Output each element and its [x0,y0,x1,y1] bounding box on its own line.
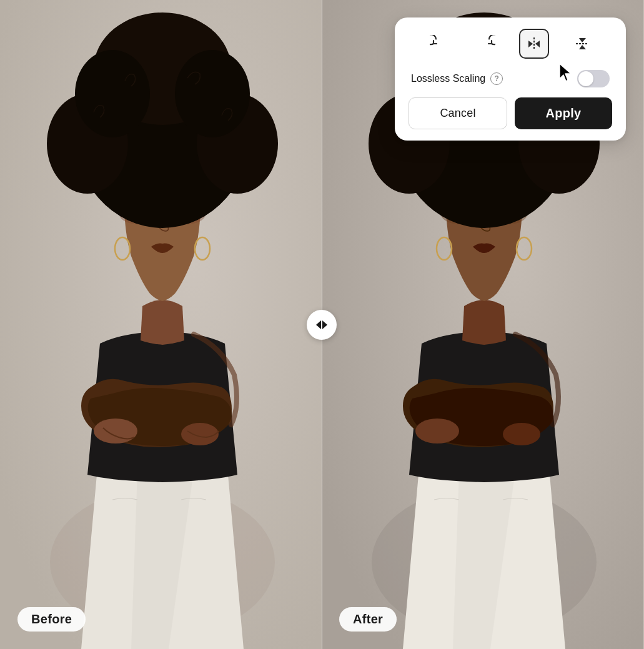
lossless-label-group: Lossless Scaling ? [411,72,503,85]
flip-horizontal-button[interactable] [519,29,549,59]
after-label: After [339,607,397,632]
rotate-right-icon [478,35,495,52]
split-handle[interactable] [307,310,337,340]
flip-vertical-icon [573,35,591,52]
arrow-left-icon [316,320,321,329]
svg-point-18 [415,419,459,443]
actions-row: Cancel Apply [409,97,612,129]
flip-vertical-button[interactable] [567,29,597,59]
svg-point-4 [181,423,219,445]
before-label: Before [17,607,86,632]
after-panel: After [322,0,643,649]
svg-point-19 [503,423,540,445]
rotate-left-button[interactable] [424,29,453,59]
lossless-scaling-row: Lossless Scaling ? [409,70,612,87]
toolbar-panel: Lossless Scaling ? Cancel Apply [395,17,626,141]
toggle-knob [578,71,593,86]
lossless-scaling-toggle[interactable] [577,70,610,87]
split-handle-arrows [316,320,327,329]
apply-button[interactable]: Apply [515,97,612,129]
help-icon-button[interactable]: ? [490,72,503,85]
svg-point-14 [175,50,250,137]
svg-point-13 [75,50,150,137]
before-panel: Before [0,0,322,649]
toolbar-icons-row [409,29,612,59]
rotate-right-button[interactable] [472,29,502,59]
svg-point-3 [94,419,137,443]
rotate-left-icon [430,35,447,52]
lossless-scaling-label: Lossless Scaling [411,73,485,84]
cancel-button[interactable]: Cancel [409,97,507,129]
arrow-right-icon [322,320,327,329]
flip-horizontal-icon [525,35,543,52]
main-container: Before [0,0,644,649]
